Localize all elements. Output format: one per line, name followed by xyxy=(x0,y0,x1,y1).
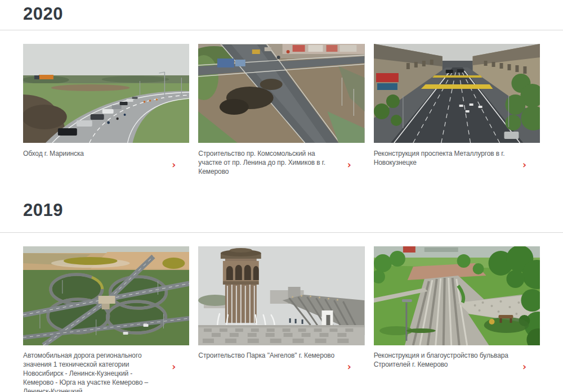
project-caption: Автомобильная дорога регионального значе… xyxy=(23,351,189,392)
project-card-angels-park[interactable]: Строительство Парка "Ангелов" г. Кемеров… xyxy=(198,246,364,392)
project-title: Обход г. Мариинска xyxy=(23,149,164,158)
project-title: Строительство пр. Комсомольский на участ… xyxy=(198,149,339,176)
project-photo xyxy=(374,44,540,143)
project-caption: Обход г. Мариинска › xyxy=(23,149,189,181)
park-paved-boulevard-path-image xyxy=(374,246,540,345)
year-section-2020: 2020 xyxy=(0,3,563,181)
chevron-right-icon[interactable]: › xyxy=(347,160,351,170)
project-card-grid: Обход г. Мариинска › xyxy=(0,44,563,181)
project-card-stroiteley-boulevard[interactable]: Реконструкция и благоустройство бульвара… xyxy=(374,246,540,392)
projects-by-year-page: 2020 xyxy=(0,0,563,392)
aerial-cloverleaf-highway-interchange-image xyxy=(23,246,189,345)
project-title: Реконструкция проспекта Металлургов в г.… xyxy=(374,149,515,167)
year-heading-2019: 2019 xyxy=(23,200,540,221)
chevron-right-icon[interactable]: › xyxy=(172,362,176,372)
section-divider xyxy=(0,232,563,233)
water-tower-fountain-plaza-image xyxy=(198,246,364,345)
project-caption: Строительство пр. Комсомольский на участ… xyxy=(198,149,364,181)
chevron-right-icon[interactable]: › xyxy=(522,160,526,170)
project-caption: Реконструкция проспекта Металлургов в г.… xyxy=(374,149,540,181)
section-divider xyxy=(0,30,563,30)
project-photo xyxy=(198,44,364,143)
project-title: Строительство Парка "Ангелов" г. Кемеров… xyxy=(198,351,339,360)
project-caption: Строительство Парка "Ангелов" г. Кемеров… xyxy=(198,351,364,382)
project-card-metallurgov[interactable]: Реконструкция проспекта Металлургов в г.… xyxy=(374,44,540,181)
project-title: Реконструкция и благоустройство бульвара… xyxy=(374,351,515,369)
project-photo xyxy=(198,246,364,345)
chevron-right-icon[interactable]: › xyxy=(172,160,176,170)
chevron-right-icon[interactable]: › xyxy=(522,362,526,372)
project-photo xyxy=(374,246,540,345)
project-photo xyxy=(23,246,189,345)
year-section-2019: 2019 xyxy=(0,200,563,392)
project-card-mariinsk-bypass[interactable]: Обход г. Мариинска › xyxy=(23,44,189,181)
aerial-new-bypass-road-with-parked-cars-image xyxy=(23,44,189,143)
project-card-komsomolsky[interactable]: Строительство пр. Комсомольский на участ… xyxy=(198,44,364,181)
project-card-grid: Автомобильная дорога регионального значе… xyxy=(0,246,563,392)
chevron-right-icon[interactable]: › xyxy=(347,362,351,372)
aerial-road-construction-site-image xyxy=(198,44,364,143)
project-title: Автомобильная дорога регионального значе… xyxy=(23,351,164,392)
project-card-regional-highway[interactable]: Автомобильная дорога регионального значе… xyxy=(23,246,189,392)
project-photo xyxy=(23,44,189,143)
project-caption: Реконструкция и благоустройство бульвара… xyxy=(374,351,540,382)
aerial-city-avenue-with-yellow-crosswalk-image xyxy=(374,44,540,143)
year-heading-2020: 2020 xyxy=(23,3,540,25)
